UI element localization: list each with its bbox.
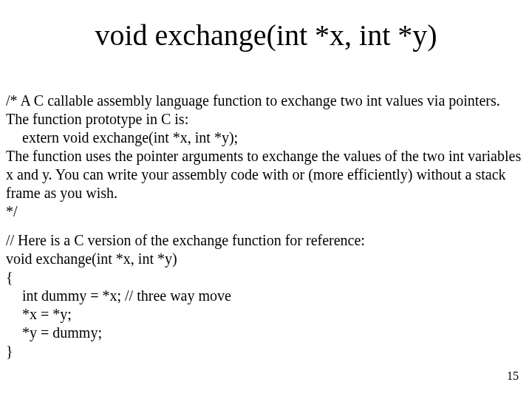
- code-line: int dummy = *x; // three way move: [6, 287, 526, 305]
- code-line: // Here is a C version of the exchange f…: [6, 231, 526, 250]
- slide: void exchange(int *x, int *y) /* A C cal…: [0, 0, 532, 399]
- comment-line: The function prototype in C is:: [6, 110, 526, 129]
- slide-title: void exchange(int *x, int *y): [0, 18, 532, 52]
- code-line: {: [6, 268, 526, 287]
- comment-line: extern void exchange(int *x, int *y);: [6, 129, 526, 147]
- code-line: *x = *y;: [6, 305, 526, 324]
- page-number: 15: [507, 369, 519, 383]
- comment-line: The function uses the pointer arguments …: [6, 147, 526, 202]
- code-line: }: [6, 342, 526, 361]
- comment-block: /* A C callable assembly language functi…: [6, 92, 526, 221]
- code-line: *y = dummy;: [6, 324, 526, 342]
- code-line: void exchange(int *x, int *y): [6, 250, 526, 268]
- slide-body: /* A C callable assembly language functi…: [6, 92, 526, 371]
- code-block: // Here is a C version of the exchange f…: [6, 231, 526, 361]
- comment-line: /* A C callable assembly language functi…: [6, 92, 526, 110]
- comment-line: */: [6, 202, 526, 221]
